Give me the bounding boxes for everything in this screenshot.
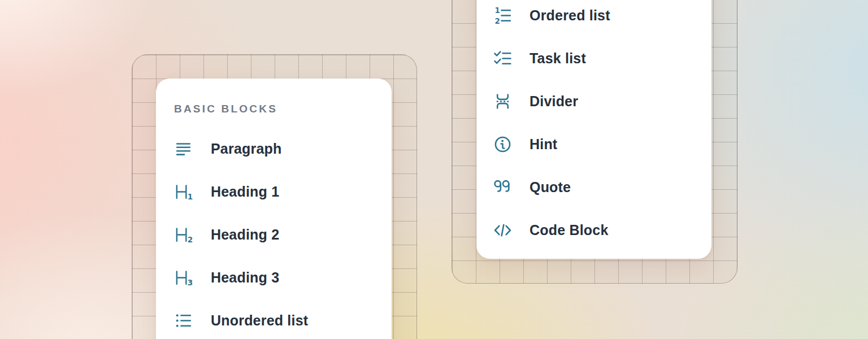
menu-item-quote[interactable]: Quote <box>476 166 711 208</box>
divider-icon <box>493 92 512 111</box>
unordered-list-icon <box>174 311 193 330</box>
basic-blocks-menu-list: Paragraph1Heading 12Heading 23Heading 3U… <box>156 127 392 339</box>
quote-icon <box>493 178 512 197</box>
menu-item-label: Hint <box>530 136 557 153</box>
svg-text:1: 1 <box>495 6 500 15</box>
menu-item-heading-1[interactable]: 1Heading 1 <box>156 170 392 213</box>
menu-item-task-list[interactable]: Task list <box>476 37 711 80</box>
menu-item-label: Heading 1 <box>211 184 279 200</box>
heading-2-icon: 2 <box>174 225 193 244</box>
menu-item-label: Code Block <box>530 222 609 238</box>
menu-item-label: Quote <box>530 179 571 195</box>
menu-item-label: Divider <box>530 93 578 110</box>
menu-item-label: Ordered list <box>530 7 610 24</box>
menu-item-ordered-list[interactable]: 12Ordered list <box>476 0 711 37</box>
svg-text:2: 2 <box>495 16 500 24</box>
heading-3-icon: 3 <box>174 268 193 287</box>
menu-item-label: Heading 2 <box>211 227 279 243</box>
task-list-icon <box>493 49 512 68</box>
menu-item-paragraph[interactable]: Paragraph <box>156 127 392 170</box>
page-background: BASIC BLOCKS Paragraph1Heading 12Heading… <box>0 0 868 339</box>
svg-text:2: 2 <box>188 235 193 244</box>
menu-item-code-block[interactable]: Code Block <box>476 208 711 251</box>
blocks-menu-card-right: 12Ordered listTask listDividerHintQuoteC… <box>476 0 711 259</box>
menu-item-heading-2[interactable]: 2Heading 2 <box>156 213 392 256</box>
menu-item-divider[interactable]: Divider <box>476 80 711 123</box>
svg-text:3: 3 <box>188 278 193 287</box>
basic-blocks-menu-card: BASIC BLOCKS Paragraph1Heading 12Heading… <box>156 79 392 339</box>
svg-text:1: 1 <box>188 192 193 201</box>
menu-item-unordered-list[interactable]: Unordered list <box>156 299 392 339</box>
menu-item-label: Heading 3 <box>211 270 279 286</box>
menu-item-hint[interactable]: Hint <box>476 123 711 166</box>
code-block-icon <box>493 221 512 240</box>
heading-1-icon: 1 <box>174 182 193 201</box>
hint-icon <box>493 135 512 154</box>
menu-item-label: Paragraph <box>211 141 281 157</box>
ordered-list-icon: 12 <box>493 6 512 25</box>
menu-item-heading-3[interactable]: 3Heading 3 <box>156 256 392 299</box>
menu-item-label: Task list <box>530 50 586 67</box>
section-label-basic-blocks: BASIC BLOCKS <box>174 101 374 117</box>
blocks-menu-list-right: 12Ordered listTask listDividerHintQuoteC… <box>476 0 711 251</box>
paragraph-icon <box>174 140 193 158</box>
menu-item-label: Unordered list <box>211 312 308 329</box>
